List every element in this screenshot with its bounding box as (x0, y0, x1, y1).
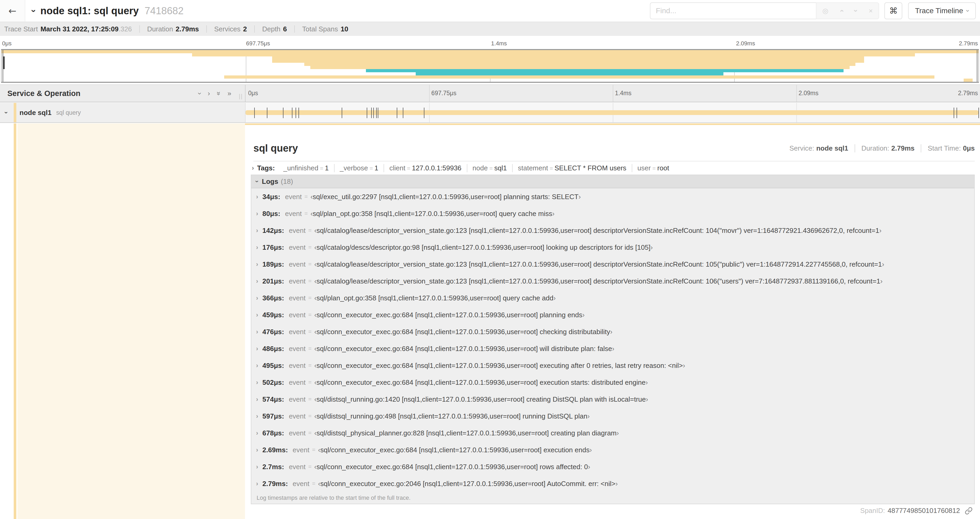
viewport-left-handle[interactable] (3, 50, 3, 82)
find-input[interactable] (650, 2, 816, 19)
log-expand-icon[interactable]: › (256, 227, 258, 234)
log-expand-icon[interactable]: › (256, 446, 258, 454)
log-expand-icon[interactable]: › (256, 362, 258, 369)
viewport-right-handle[interactable] (977, 50, 977, 82)
expand-one-icon[interactable]: › (208, 89, 210, 97)
log-value: sql/catalog/lease/descriptor_version_sta… (314, 260, 884, 268)
ruler-gridline (429, 85, 430, 102)
log-entry[interactable]: › 459μs: event = sql/conn_executor_exec.… (251, 307, 974, 323)
log-expand-icon[interactable]: › (256, 210, 258, 217)
log-value: sql/conn_executor_exec.go:2046 [nsql1,cl… (318, 480, 618, 488)
log-value: sql/distsql_physical_planner.go:828 [nsq… (314, 429, 619, 437)
log-entry[interactable]: › 476μs: event = sql/conn_executor_exec.… (251, 323, 974, 340)
log-timestamp: 502μs: (262, 378, 284, 386)
log-expand-icon[interactable]: › (256, 396, 258, 403)
span-row[interactable]: › node sql1 sql query (0, 103, 980, 123)
log-expand-icon[interactable]: › (256, 345, 258, 352)
expand-all-icon[interactable]: » (228, 89, 231, 97)
logs-header[interactable]: › Logs (18) (251, 175, 974, 188)
ruler-gridline (613, 85, 613, 102)
log-expand-icon[interactable]: › (256, 480, 258, 487)
log-entry[interactable]: › 597μs: event = sql/distsql_running.go:… (251, 408, 974, 425)
next-match-icon[interactable]: › (851, 10, 860, 12)
tags-expand-icon[interactable]: › (252, 164, 254, 172)
trace-collapse-icon[interactable]: › (29, 9, 39, 12)
tag-item: node=sql1 (467, 164, 512, 172)
span-detail-meta: Service:node sql1 Duration:2.79ms Start … (783, 144, 975, 152)
log-expand-icon[interactable]: › (256, 311, 258, 319)
logs-section: › Logs (18) › 34μs: event = sql/exec_uti… (251, 174, 975, 504)
log-entry[interactable]: › 142μs: event = sql/catalog/lease/descr… (251, 222, 974, 239)
log-expand-icon[interactable]: › (256, 260, 258, 268)
log-entry[interactable]: › 34μs: event = sql/exec_util.go:2297 [n… (251, 188, 974, 205)
tree-controls: › › » » (199, 89, 245, 97)
log-entry[interactable]: › 495μs: event = sql/conn_executor_exec.… (251, 357, 974, 374)
header-toolbar: ◎ › › × ⌘ Trace Timeline › (650, 2, 976, 19)
log-entry[interactable]: › 486μs: event = sql/conn_executor_exec.… (251, 340, 974, 357)
log-key: event (289, 227, 305, 235)
log-entry[interactable]: › 201μs: event = sql/catalog/lease/descr… (251, 273, 974, 289)
span-duration-bar[interactable] (245, 110, 978, 115)
log-expand-icon[interactable]: › (256, 430, 258, 437)
meta-start-time: Start Time:0μs (921, 144, 975, 152)
log-entry[interactable]: › 2.7ms: event = sql/conn_executor_exec.… (251, 458, 974, 475)
log-entry[interactable]: › 189μs: event = sql/catalog/lease/descr… (251, 256, 974, 273)
service-operation-header: Service & Operation › › » » || (0, 85, 245, 102)
span-id-footer: SpanID: 4877749850101760812 (860, 506, 973, 515)
trace-view-selector[interactable]: Trace Timeline › (908, 2, 976, 19)
tags-row[interactable]: › Tags: _unfinished=1 _verbose=1 client=… (251, 161, 975, 174)
collapse-all-icon[interactable]: » (215, 91, 223, 95)
span-indent-guide[interactable] (18, 123, 245, 519)
viewport-left-grip[interactable] (3, 56, 5, 69)
log-entry[interactable]: › 574μs: event = sql/distsql_running.go:… (251, 391, 974, 408)
log-entry[interactable]: › 366μs: event = sql/plan_opt.go:358 [ns… (251, 289, 974, 307)
log-value: sql/distsql_running.go:498 [nsql1,client… (314, 412, 590, 420)
timeline-ruler: 0μs 697.75μs 1.4ms 2.09ms 2.79ms (245, 85, 980, 102)
log-expand-icon[interactable]: › (256, 294, 258, 302)
log-entry[interactable]: › 502μs: event = sql/conn_executor_exec.… (251, 374, 974, 391)
log-expand-icon[interactable]: › (256, 328, 258, 335)
span-row-name-cell[interactable]: › node sql1 sql query (0, 103, 245, 122)
log-expand-icon[interactable]: › (256, 412, 258, 420)
log-key: event (289, 345, 305, 353)
find-addon: ◎ › › × (816, 2, 879, 19)
log-entry[interactable]: › 2.69ms: event = sql/conn_executor_exec… (251, 441, 974, 458)
span-row-timeline-cell[interactable] (245, 103, 980, 122)
trace-minimap[interactable]: 0μs 697.75μs 1.4ms 2.09ms 2.79ms (0, 36, 980, 85)
trace-id: 7418682 (145, 5, 184, 17)
back-button[interactable]: ← (0, 0, 25, 22)
link-icon[interactable] (965, 507, 973, 515)
log-entry[interactable]: › 678μs: event = sql/distsql_physical_pl… (251, 425, 974, 441)
log-entry[interactable]: › 80μs: event = sql/plan_opt.go:358 [nsq… (251, 205, 974, 222)
collapse-one-icon[interactable]: › (196, 92, 204, 95)
logs-collapse-icon[interactable]: › (253, 180, 261, 182)
clear-search-icon[interactable]: × (869, 7, 873, 15)
locate-match-icon[interactable]: ◎ (822, 7, 829, 15)
keyboard-shortcuts-button[interactable]: ⌘ (885, 2, 902, 19)
span-id-label: SpanID: (860, 506, 885, 515)
log-expand-icon[interactable]: › (256, 463, 258, 471)
minimap-canvas[interactable] (1, 49, 979, 83)
log-entry[interactable]: › 2.79ms: event = sql/conn_executor_exec… (251, 475, 974, 492)
back-icon: ← (8, 6, 16, 16)
log-timestamp: 495μs: (262, 362, 284, 370)
log-expand-icon[interactable]: › (256, 379, 258, 386)
prev-match-icon[interactable]: › (837, 10, 846, 12)
summary-duration: Duration2.79ms (139, 25, 206, 33)
log-entry[interactable]: › 176μs: event = sql/catalog/descs/descr… (251, 239, 974, 256)
log-key: event (285, 210, 302, 218)
column-resizer[interactable]: || (239, 93, 243, 100)
log-expand-icon[interactable]: › (256, 244, 258, 251)
log-timestamp: 2.79ms: (262, 480, 288, 488)
find-group: ◎ › › × (650, 2, 879, 19)
span-service-name: node sql1 (19, 109, 51, 117)
log-value: sql/conn_executor_exec.go:684 [nsql1,cli… (314, 311, 585, 319)
tag-item: user=root (632, 164, 675, 172)
log-expand-icon[interactable]: › (256, 278, 258, 285)
span-collapse-icon[interactable]: › (3, 112, 10, 114)
ruler-tick: 1.4ms (615, 89, 632, 97)
log-expand-icon[interactable]: › (256, 193, 258, 200)
log-timestamp: 2.69ms: (262, 446, 288, 454)
log-timestamp: 189μs: (262, 260, 284, 268)
log-value: sql/conn_executor_exec.go:684 [nsql1,cli… (314, 362, 685, 370)
